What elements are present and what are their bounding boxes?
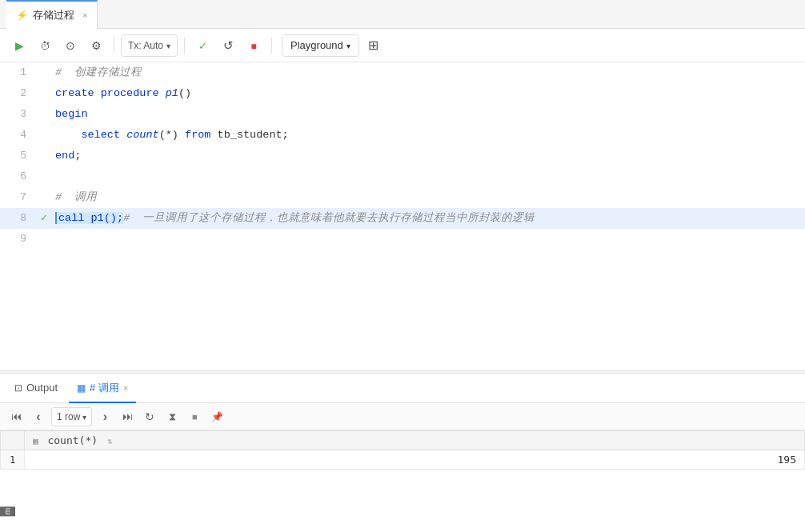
line-num-4: 4 <box>0 125 36 146</box>
code-line-6: 6 <box>0 166 805 187</box>
line-num-6: 6 <box>0 166 36 187</box>
line-num-2: 2 <box>0 83 36 104</box>
col-name-count: count(*) <box>47 434 98 446</box>
line-num-9: 9 <box>0 229 36 250</box>
first-icon <box>11 410 22 422</box>
tab-call-label: # 调用 <box>90 381 119 395</box>
first-page-button[interactable] <box>6 407 26 426</box>
rows-dropdown[interactable]: 1 row <box>51 407 92 426</box>
last-icon <box>122 410 133 422</box>
history-icon <box>169 410 176 423</box>
col-icon: ▦ <box>33 436 38 446</box>
col-header-count: ▦ count(*) ⇅ <box>25 431 805 450</box>
record-button[interactable] <box>59 34 82 57</box>
line-num-7: 7 <box>0 187 36 208</box>
stop-button[interactable] <box>242 34 265 57</box>
refresh-button[interactable] <box>140 407 159 426</box>
separator-1 <box>114 38 114 54</box>
line-indicator-8: ✓ <box>36 208 52 229</box>
code-line-3: 3 begin <box>0 104 805 125</box>
rows-label: 1 row <box>57 411 80 422</box>
stop-sm-icon <box>192 410 198 422</box>
line-content-2: create procedure p1() <box>52 83 805 104</box>
rows-chevron-icon <box>82 411 86 422</box>
row-num-1: 1 <box>1 450 25 470</box>
line-num-8: 8 <box>0 208 36 229</box>
undo-icon <box>223 38 234 53</box>
line-num-5: 5 <box>0 146 36 166</box>
line-content-1: # 创建存储过程 <box>52 62 805 83</box>
tab-output[interactable]: ⊡ Output <box>6 374 66 403</box>
table-row: 1 195 <box>1 450 805 470</box>
code-line-5: 5 end; <box>0 146 805 166</box>
check-button[interactable] <box>191 34 214 57</box>
timer-button[interactable] <box>34 34 56 57</box>
grid-icon <box>368 38 378 53</box>
code-editor[interactable]: 1 # 创建存储过程 2 create procedure p1() 3 beg… <box>0 62 805 374</box>
tab-call-result[interactable]: ▦ # 调用 × <box>69 374 136 403</box>
pin-button[interactable] <box>207 407 226 426</box>
playground-label: Playground <box>290 39 343 51</box>
output-icon: ⊡ <box>14 382 22 394</box>
tx-dropdown[interactable]: Tx: Auto <box>121 34 178 57</box>
separator-2 <box>184 38 185 54</box>
settings-button[interactable] <box>85 34 107 57</box>
code-line-9: 9 <box>0 229 805 250</box>
result-toolbar: 1 row <box>0 403 805 430</box>
pin-icon <box>211 410 223 422</box>
cell-count-value: 195 <box>25 450 805 470</box>
line-content-3: begin <box>52 104 805 125</box>
last-page-button[interactable] <box>118 407 137 426</box>
tab-call-close[interactable]: × <box>123 383 128 393</box>
next-icon <box>103 410 107 424</box>
playground-dropdown[interactable]: Playground <box>282 34 359 57</box>
settings-icon <box>91 38 102 52</box>
tab-label: 存储过程 <box>33 8 74 22</box>
history-button[interactable] <box>162 407 182 426</box>
run-button[interactable] <box>8 34 30 57</box>
tab-bar: 存储过程 × <box>0 0 805 29</box>
table-icon: ▦ <box>77 382 86 394</box>
stop-sm-button[interactable] <box>185 407 204 426</box>
line-content-7: # 调用 <box>52 187 805 208</box>
check-icon <box>198 38 207 52</box>
line-num-1: 1 <box>0 62 36 83</box>
stop-icon <box>250 38 256 52</box>
lightning-icon <box>16 9 28 21</box>
col-sort-icon[interactable]: ⇅ <box>107 436 113 446</box>
code-line-2: 2 create procedure p1() <box>0 83 805 104</box>
code-line-8: 8 ✓ call p1();# 一旦调用了这个存储过程，也就意味着他就要去执行存… <box>0 208 805 229</box>
tab-close-button[interactable]: × <box>82 10 87 20</box>
run-icon <box>15 38 24 52</box>
code-lines: 1 # 创建存储过程 2 create procedure p1() 3 beg… <box>0 62 805 250</box>
record-icon <box>66 38 75 52</box>
chevron-down-icon <box>166 40 170 51</box>
tab-output-label: Output <box>26 382 58 394</box>
line-content-8: call p1();# 一旦调用了这个存储过程，也就意味着他就要去执行存储过程当… <box>52 208 805 229</box>
line-num-3: 3 <box>0 104 36 125</box>
row-num-header <box>1 431 25 450</box>
result-table-wrap: ▦ count(*) ⇅ 1 195 <box>0 430 805 531</box>
chevron-down-icon-2 <box>346 39 350 51</box>
prev-page-button[interactable] <box>29 407 48 426</box>
panel-tabs: ⊡ Output ▦ # 调用 × <box>0 374 805 403</box>
code-line-4: 4 select count(*) from tb_student; <box>0 125 805 146</box>
side-label: m <box>0 506 15 516</box>
next-page-button[interactable] <box>95 407 114 426</box>
prev-icon <box>36 410 40 424</box>
line-content-5: end; <box>52 146 805 166</box>
code-line-1: 1 # 创建存储过程 <box>0 62 805 83</box>
clock-icon <box>40 38 50 52</box>
line-content-4: select count(*) from tb_student; <box>52 125 805 146</box>
tab-stored-procedure[interactable]: 存储过程 × <box>6 0 98 29</box>
bottom-panel: ⊡ Output ▦ # 调用 × 1 row <box>0 374 805 531</box>
main-toolbar: Tx: Auto Playground <box>0 29 805 62</box>
grid-view-button[interactable] <box>362 34 385 57</box>
refresh-icon <box>145 410 154 423</box>
undo-button[interactable] <box>217 34 239 57</box>
code-line-7: 7 # 调用 <box>0 187 805 208</box>
result-table: ▦ count(*) ⇅ 1 195 <box>0 430 805 470</box>
separator-3 <box>271 38 272 54</box>
tx-label: Tx: Auto <box>128 40 163 51</box>
